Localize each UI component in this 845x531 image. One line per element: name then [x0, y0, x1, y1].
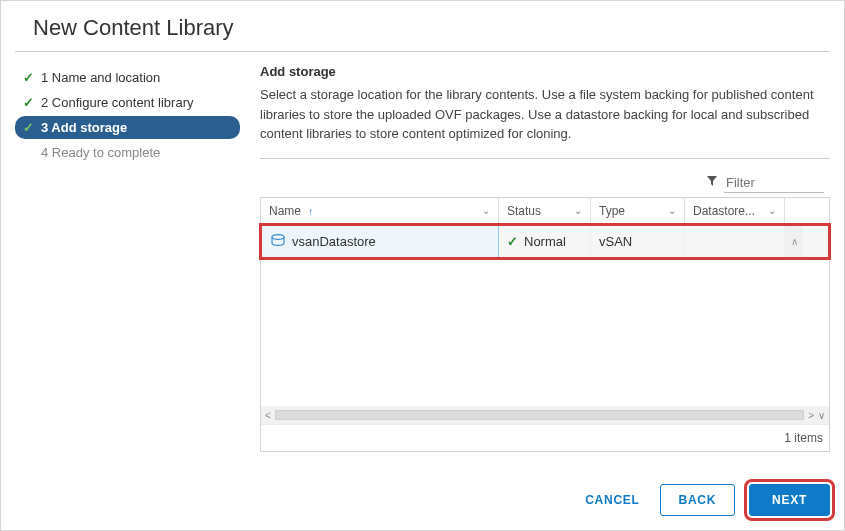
panel-heading: Add storage [260, 64, 830, 79]
chevron-down-icon: ⌄ [768, 205, 776, 216]
cell-datastore-cluster [685, 225, 785, 258]
horizontal-scrollbar[interactable]: < > ∨ [261, 406, 829, 424]
cancel-button[interactable]: CANCEL [579, 485, 645, 515]
column-label: Type [599, 204, 625, 218]
wizard-step-label: 2 Configure content library [41, 95, 193, 110]
filter-input[interactable] [724, 173, 824, 193]
dialog-footer: CANCEL BACK NEXT [579, 484, 830, 516]
next-button[interactable]: NEXT [749, 484, 830, 516]
wizard-step-ready-complete: 4 Ready to complete [15, 141, 240, 164]
cell-name: vsanDatastore [261, 225, 499, 258]
column-label: Datastore... [693, 204, 755, 218]
back-button[interactable]: BACK [660, 484, 736, 516]
type-text: vSAN [599, 234, 632, 249]
wizard-step-name-location[interactable]: ✓ 1 Name and location [15, 66, 240, 89]
column-header-status[interactable]: Status ⌄ [499, 198, 591, 224]
dialog-title: New Content Library [15, 1, 830, 52]
cell-type: vSAN [591, 225, 685, 258]
table-item-count: 1 items [261, 424, 829, 451]
scroll-left-icon: < [265, 410, 271, 421]
wizard-step-add-storage[interactable]: ✓ 3 Add storage [15, 116, 240, 139]
check-icon: ✓ [21, 120, 35, 135]
chevron-down-icon: ⌄ [482, 205, 490, 216]
scroll-down-icon: ∨ [818, 410, 825, 421]
chevron-down-icon: ⌄ [668, 205, 676, 216]
column-header-scroll [785, 198, 803, 224]
dialog-body: ✓ 1 Name and location ✓ 2 Configure cont… [1, 52, 844, 452]
wizard-step-label: 1 Name and location [41, 70, 160, 85]
svg-point-0 [272, 235, 284, 240]
filter-icon[interactable] [706, 175, 718, 190]
sort-asc-icon: ↑ [308, 206, 313, 217]
cell-status: ✓ Normal [499, 225, 591, 258]
column-label: Name [269, 204, 301, 218]
wizard-step-label: 4 Ready to complete [41, 145, 160, 160]
scroll-right-icon: > [808, 410, 814, 421]
wizard-steps: ✓ 1 Name and location ✓ 2 Configure cont… [15, 52, 240, 452]
column-header-type[interactable]: Type ⌄ [591, 198, 685, 224]
scroll-up-icon: ∧ [791, 236, 798, 247]
panel-description: Select a storage location for the librar… [260, 85, 830, 159]
column-header-name[interactable]: Name ↑ ⌄ [261, 198, 499, 224]
scroll-up-button[interactable]: ∧ [785, 225, 803, 258]
chevron-down-icon: ⌄ [574, 205, 582, 216]
panel-add-storage: Add storage Select a storage location fo… [240, 52, 830, 452]
table-body: vsanDatastore ✓ Normal vSAN [261, 225, 829, 407]
table-header: Name ↑ ⌄ Status ⌄ Type ⌄ Datastore. [261, 198, 829, 225]
check-icon: ✓ [21, 70, 35, 85]
check-icon: ✓ [507, 234, 518, 249]
new-content-library-dialog: New Content Library ✓ 1 Name and locatio… [0, 0, 845, 531]
table-row[interactable]: vsanDatastore ✓ Normal vSAN [261, 225, 829, 258]
datastore-table: Name ↑ ⌄ Status ⌄ Type ⌄ Datastore. [260, 197, 830, 453]
status-text: Normal [524, 234, 566, 249]
datastore-name: vsanDatastore [292, 234, 376, 249]
column-label: Status [507, 204, 541, 218]
scrollbar-track[interactable] [275, 410, 804, 420]
wizard-step-label: 3 Add storage [41, 120, 127, 135]
column-header-datastore-cluster[interactable]: Datastore... ⌄ [685, 198, 785, 224]
datastore-icon [270, 234, 286, 248]
filter-bar [260, 169, 830, 197]
check-icon: ✓ [21, 95, 35, 110]
check-icon [21, 145, 35, 160]
wizard-step-configure-library[interactable]: ✓ 2 Configure content library [15, 91, 240, 114]
